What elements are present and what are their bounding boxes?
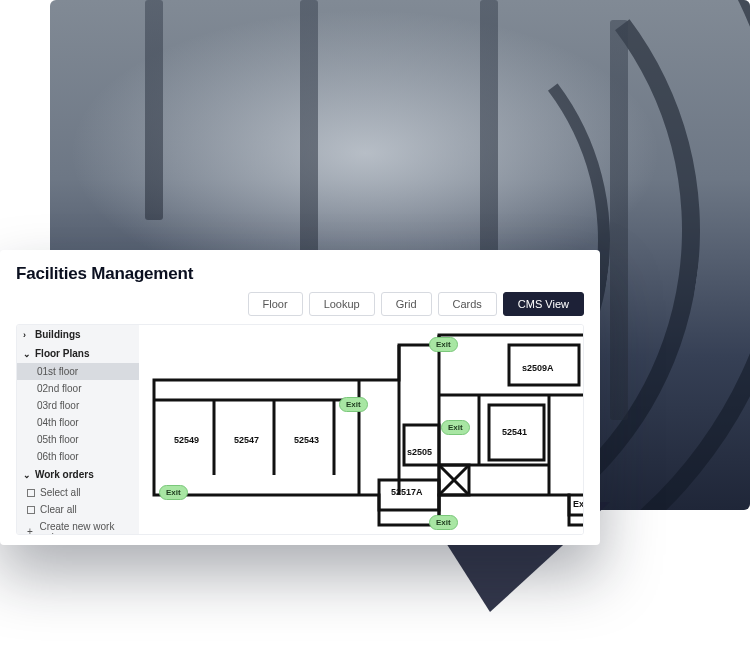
sidebar-section-buildings[interactable]: › Buildings [17, 325, 139, 344]
sidebar-item-floor-06[interactable]: 06th floor [17, 448, 139, 465]
exit-text-label: Exit [573, 499, 583, 509]
action-label: Clear all [40, 504, 77, 515]
sidebar-item-floor-01[interactable]: 01st floor [17, 363, 139, 380]
tab-cms-view[interactable]: CMS View [503, 292, 584, 316]
tab-grid[interactable]: Grid [381, 292, 432, 316]
exit-badge: Exit [159, 485, 188, 500]
action-select-all[interactable]: Select all [17, 484, 139, 501]
chevron-down-icon: ⌄ [23, 470, 31, 480]
exit-badge: Exit [429, 515, 458, 530]
exit-badge: Exit [429, 337, 458, 352]
action-clear-all[interactable]: Clear all [17, 501, 139, 518]
chevron-down-icon: ⌄ [23, 349, 31, 359]
tab-floor[interactable]: Floor [248, 292, 303, 316]
tab-cards[interactable]: Cards [438, 292, 497, 316]
sidebar-item-floor-03[interactable]: 03rd floor [17, 397, 139, 414]
sidebar: › Buildings ⌄ Floor Plans 01st floor 02n… [17, 325, 139, 534]
sidebar-section-workorders[interactable]: ⌄ Work orders [17, 465, 139, 484]
room-label: s2509A [522, 363, 554, 373]
page-title: Facilities Management [16, 264, 584, 284]
sidebar-label: Buildings [35, 329, 81, 340]
tab-lookup[interactable]: Lookup [309, 292, 375, 316]
floorplan-canvas[interactable]: 52549 52547 52543 s2505 52517A 52541 s25… [139, 325, 583, 534]
room-label: 52547 [234, 435, 259, 445]
chevron-right-icon: › [23, 330, 31, 340]
sidebar-item-floor-04[interactable]: 04th floor [17, 414, 139, 431]
action-label: Select all [40, 487, 81, 498]
sidebar-item-floor-05[interactable]: 05th floor [17, 431, 139, 448]
sidebar-label: Work orders [35, 469, 94, 480]
exit-badge: Exit [441, 420, 470, 435]
room-label: 52517A [391, 487, 423, 497]
plus-icon: + [27, 528, 34, 534]
svg-rect-7 [404, 425, 439, 465]
sidebar-item-floor-02[interactable]: 02nd floor [17, 380, 139, 397]
content-area: › Buildings ⌄ Floor Plans 01st floor 02n… [16, 324, 584, 535]
room-label: 52549 [174, 435, 199, 445]
square-icon [27, 489, 35, 497]
square-icon [27, 506, 35, 514]
action-create-work-order[interactable]: + Create new work order [17, 518, 139, 534]
app-window: Facilities Management Floor Lookup Grid … [0, 250, 600, 545]
room-label: s2505 [407, 447, 432, 457]
sidebar-label: Floor Plans [35, 348, 89, 359]
room-label: 52541 [502, 427, 527, 437]
room-label: 52543 [294, 435, 319, 445]
view-tabs: Floor Lookup Grid Cards CMS View [16, 292, 584, 316]
exit-badge: Exit [339, 397, 368, 412]
action-label: Create new work order [39, 521, 133, 534]
sidebar-section-floorplans[interactable]: ⌄ Floor Plans [17, 344, 139, 363]
